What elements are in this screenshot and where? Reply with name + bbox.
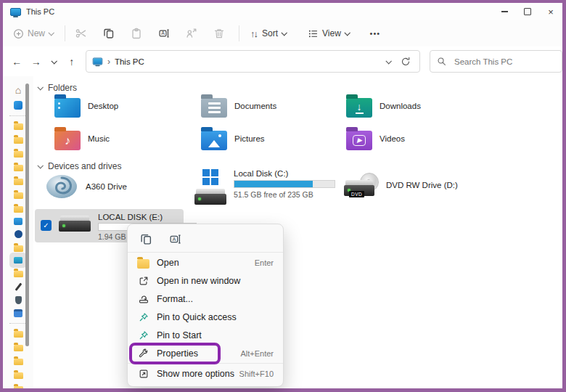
format-drive-icon bbox=[137, 294, 149, 304]
section-label: Devices and drives bbox=[48, 161, 121, 171]
sidebar-folder-icon[interactable] bbox=[14, 192, 23, 199]
toolbar-separator bbox=[65, 25, 65, 41]
sidebar-folder-icon[interactable] bbox=[14, 123, 23, 130]
sidebar-pc-icon[interactable] bbox=[14, 218, 22, 225]
downloads-folder-icon bbox=[346, 98, 372, 118]
tile-label: Videos bbox=[380, 134, 405, 143]
breadcrumb-this-pc[interactable]: This PC bbox=[115, 57, 144, 66]
menu-separator bbox=[128, 252, 283, 253]
drive-tile-c[interactable]: Local Disk (C:) 51.5 GB free of 235 GB bbox=[194, 169, 335, 205]
items-view: Folders Desktop Documents Downloads Musi… bbox=[33, 76, 562, 388]
sidebar-separator bbox=[9, 323, 27, 324]
menu-item-open-in-new-window[interactable]: Open in new window bbox=[128, 271, 283, 290]
sidebar-folder-icon[interactable] bbox=[14, 165, 23, 171]
sidebar-folder-icon[interactable] bbox=[14, 359, 23, 365]
refresh-icon[interactable] bbox=[401, 57, 411, 67]
sidebar-folder-icon[interactable] bbox=[14, 179, 23, 185]
sidebar-shield-icon[interactable] bbox=[15, 296, 22, 304]
tile-label: LOCAL DISK (E:) bbox=[98, 213, 197, 221]
menu-item-properties[interactable]: Properties Alt+Enter bbox=[128, 344, 283, 362]
sidebar-folder-icon[interactable] bbox=[14, 271, 23, 277]
sidebar-folder-icon[interactable] bbox=[14, 206, 23, 213]
section-header-folders[interactable]: Folders bbox=[38, 83, 77, 93]
sort-button[interactable]: ↑↓ Sort bbox=[246, 23, 290, 44]
sidebar-gallery-icon[interactable] bbox=[14, 101, 22, 110]
minimize-button[interactable] bbox=[493, 3, 516, 20]
folder-tile-music[interactable]: Music bbox=[54, 127, 110, 150]
sidebar-folder-icon[interactable] bbox=[14, 331, 23, 338]
sidebar-home-icon[interactable] bbox=[13, 86, 23, 96]
sidebar-folder-icon[interactable] bbox=[14, 386, 23, 388]
view-button-label: View bbox=[322, 28, 341, 38]
menu-item-show-more-options[interactable]: Show more options Shift+F10 bbox=[128, 364, 283, 383]
explorer-tab[interactable]: This PC bbox=[3, 7, 54, 16]
sidebar-globe-icon[interactable] bbox=[15, 230, 22, 238]
sidebar-pen-icon[interactable] bbox=[15, 283, 21, 291]
tile-label: DVD RW Drive (D:) bbox=[386, 181, 458, 189]
sidebar-folder-icon[interactable] bbox=[14, 137, 23, 144]
up-button[interactable]: ↑ bbox=[63, 53, 79, 70]
sidebar-card-icon[interactable] bbox=[14, 309, 22, 317]
address-bar[interactable]: › This PC bbox=[86, 50, 420, 73]
desktop-folder-icon bbox=[54, 98, 81, 118]
sidebar-folder-icon[interactable] bbox=[14, 151, 23, 158]
disk-usage-bar bbox=[234, 180, 335, 188]
rename-button[interactable]: A bbox=[166, 231, 184, 248]
chevron-down-icon bbox=[48, 30, 54, 36]
chevron-down-icon bbox=[344, 30, 350, 36]
close-button[interactable]: × bbox=[539, 3, 562, 20]
copy-button[interactable] bbox=[99, 23, 119, 44]
window-title: This PC bbox=[26, 7, 54, 16]
menu-item-label: Open in new window bbox=[157, 276, 240, 286]
copy-button[interactable] bbox=[137, 231, 155, 248]
folder-tile-documents[interactable]: Documents bbox=[201, 94, 276, 118]
folder-tile-videos[interactable]: Videos bbox=[346, 127, 405, 150]
search-input[interactable] bbox=[453, 57, 543, 67]
see-more-button[interactable]: ••• bbox=[365, 23, 385, 44]
a360-swirl-icon bbox=[45, 173, 78, 200]
menu-item-pin-to-start[interactable]: Pin to Start bbox=[128, 326, 283, 344]
sidebar-folder-icon[interactable] bbox=[14, 372, 23, 379]
sidebar-separator bbox=[9, 115, 27, 116]
cut-button[interactable] bbox=[71, 23, 91, 44]
drive-tile-a360[interactable]: A360 Drive bbox=[45, 173, 127, 200]
delete-button[interactable] bbox=[209, 23, 229, 44]
recent-locations-button[interactable] bbox=[46, 53, 62, 70]
search-box[interactable] bbox=[430, 50, 562, 73]
tile-label: Downloads bbox=[380, 102, 421, 110]
tile-label: Pictures bbox=[234, 134, 265, 143]
forward-button[interactable]: → bbox=[28, 53, 44, 70]
plus-icon bbox=[13, 28, 24, 39]
address-dropdown-icon[interactable] bbox=[385, 58, 391, 64]
menu-item-pin-to-quick-access[interactable]: Pin to Quick access bbox=[128, 308, 283, 326]
view-button[interactable]: View bbox=[303, 23, 353, 44]
selected-checkbox[interactable] bbox=[41, 220, 52, 231]
section-header-devices[interactable]: Devices and drives bbox=[38, 161, 121, 171]
menu-item-open[interactable]: Open Enter bbox=[128, 253, 283, 271]
sort-arrows-icon: ↑↓ bbox=[250, 28, 257, 39]
folder-tile-desktop[interactable]: Desktop bbox=[54, 94, 118, 118]
share-button[interactable] bbox=[181, 23, 202, 44]
paste-button[interactable] bbox=[126, 23, 147, 44]
sidebar-drive-icon[interactable] bbox=[14, 257, 22, 264]
maximize-button[interactable] bbox=[516, 3, 539, 20]
folder-icon bbox=[137, 257, 149, 269]
folder-tile-pictures[interactable]: Pictures bbox=[201, 127, 265, 150]
maximize-icon bbox=[524, 8, 531, 15]
share-icon bbox=[186, 28, 197, 39]
hdd-icon bbox=[59, 221, 91, 232]
back-button[interactable]: ← bbox=[9, 53, 25, 70]
sidebar-folder-icon[interactable] bbox=[14, 345, 23, 351]
new-button[interactable]: New bbox=[9, 23, 57, 44]
rename-button[interactable]: A bbox=[154, 23, 174, 44]
more-dots-icon: ••• bbox=[370, 29, 381, 38]
folder-tile-downloads[interactable]: Downloads bbox=[346, 94, 421, 118]
sidebar-scrollbar[interactable] bbox=[25, 83, 29, 346]
toolbar-separator bbox=[239, 25, 239, 41]
drive-tile-dvd[interactable]: DVD DVD RW Drive (D:) bbox=[344, 173, 458, 197]
dvd-drive-icon: DVD bbox=[344, 173, 379, 197]
menu-item-format[interactable]: Format... bbox=[128, 290, 283, 308]
videos-folder-icon bbox=[346, 131, 372, 150]
copy-icon bbox=[140, 233, 152, 245]
sidebar-folder-icon[interactable] bbox=[14, 245, 23, 252]
